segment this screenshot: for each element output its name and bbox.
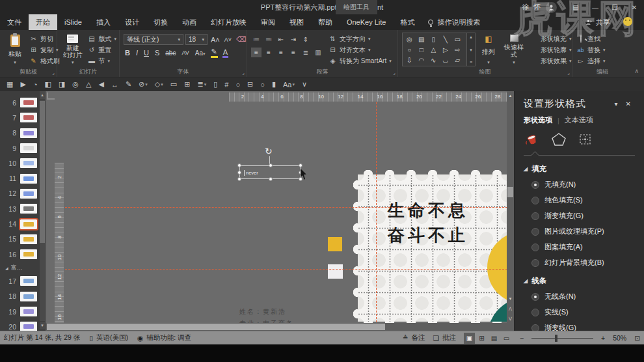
- slide-thumbnail[interactable]: 17: [0, 273, 37, 288]
- ribbon-tab[interactable]: 文件: [0, 14, 29, 30]
- view-button[interactable]: ▭: [501, 333, 512, 344]
- shape-outline-button[interactable]: 形状轮廓▾: [530, 45, 572, 55]
- size-properties-icon[interactable]: [577, 132, 593, 149]
- white-square-shape[interactable]: [328, 264, 343, 279]
- accessibility-status[interactable]: ◉ 辅助功能: 调查: [137, 333, 191, 342]
- ribbon-tab[interactable]: 开始: [29, 14, 57, 30]
- slide-canvas[interactable]: 246810121416182022242628 246810121416 生命…: [46, 91, 514, 331]
- grow-font-button[interactable]: A˄: [209, 36, 221, 44]
- shape-gallery[interactable]: ◎▤▯╲▭○□△▷⇨⇩◠∿◡▱: [402, 33, 467, 66]
- slide-card-shape[interactable]: 生命不息 奋斗不止: [358, 174, 507, 322]
- slide-thumbnail[interactable]: 15: [0, 232, 37, 247]
- line-option-radio[interactable]: 无线条(N): [531, 292, 635, 301]
- change-case-button[interactable]: Aa▾: [194, 49, 207, 57]
- paragraph-icon-button[interactable]: ⇤: [276, 35, 286, 44]
- comments-button[interactable]: ❏批注: [433, 333, 455, 342]
- smartart-button[interactable]: ◈转换为 SmartArt▾: [329, 56, 392, 66]
- slide-thumbnail[interactable]: 7: [0, 110, 37, 125]
- view-button[interactable]: ⊞: [476, 333, 487, 344]
- arrange-button[interactable]: ◧ 排列▾: [479, 33, 498, 67]
- section-button[interactable]: ▬节▾: [87, 56, 116, 66]
- qat-icon[interactable]: ▭▾: [170, 80, 177, 89]
- slide-thumbnail[interactable]: 9: [0, 141, 37, 156]
- textbox-text[interactable]: never: [244, 170, 258, 176]
- reset-button[interactable]: ↺重置: [87, 45, 116, 55]
- slide-thumbnail[interactable]: 18: [0, 289, 37, 304]
- language-status[interactable]: ▯ 英语(美国): [89, 333, 128, 342]
- line-option-radio[interactable]: 实线(S): [531, 307, 635, 317]
- slide-thumbnail[interactable]: 19: [0, 304, 37, 319]
- fill-section-header[interactable]: ◢ 填充: [524, 164, 635, 174]
- shape-icon[interactable]: □: [416, 44, 428, 55]
- dialog-launcher-icon[interactable]: ⌟: [393, 70, 396, 76]
- shape-gallery-scroll[interactable]: ▴▾≡: [467, 33, 476, 66]
- shape-fill-button[interactable]: 形状填充▾: [530, 34, 572, 44]
- collapse-ribbon-icon[interactable]: ∧: [634, 68, 639, 74]
- text-direction-button[interactable]: ⇅文字方向▾: [329, 34, 392, 44]
- yellow-square-shape[interactable]: [328, 237, 342, 251]
- tab-shape-options[interactable]: 形状选项: [524, 115, 552, 125]
- zoom-out-button[interactable]: −: [520, 334, 524, 342]
- thumbnails-scroll-up-icon[interactable]: ▲: [40, 91, 45, 99]
- guide-horizontal-2[interactable]: [65, 269, 507, 270]
- dialog-launcher-icon[interactable]: ⌟: [242, 70, 245, 76]
- thumbnails-scroll-down-icon[interactable]: ▼: [40, 322, 45, 329]
- paragraph-icon-button[interactable]: ≔: [251, 35, 262, 44]
- resize-handle[interactable]: [269, 163, 273, 167]
- card-title-text[interactable]: 生命不息 奋斗不止: [388, 198, 468, 247]
- fill-option-radio[interactable]: 图片或纹理填充(P): [531, 227, 635, 236]
- qat-icon[interactable]: ◇▾: [155, 80, 163, 89]
- ribbon-tab[interactable]: 审阅: [254, 14, 282, 30]
- shape-icon[interactable]: ⇨: [451, 44, 464, 55]
- resize-handle[interactable]: [237, 171, 241, 174]
- qat-icon[interactable]: ▶▾: [20, 80, 25, 89]
- shape-icon[interactable]: ╲: [440, 34, 452, 44]
- underline-button[interactable]: U: [142, 49, 150, 57]
- slide-thumbnail[interactable]: 14: [0, 216, 37, 231]
- qat-icon[interactable]: ∨▾: [302, 80, 307, 89]
- scrollbar-thumb[interactable]: [507, 187, 513, 197]
- select-button[interactable]: ▻选择▾: [576, 56, 606, 66]
- user-avatar[interactable]: [546, 2, 557, 13]
- dialog-launcher-icon[interactable]: ⌟: [52, 70, 55, 76]
- bold-button[interactable]: B: [124, 49, 131, 57]
- paragraph-icon-button[interactable]: ⇥: [288, 35, 299, 44]
- guide-horizontal-1[interactable]: [65, 207, 507, 208]
- copy-button[interactable]: ⊞复制▾: [29, 45, 60, 55]
- paragraph-icon-button[interactable]: ⇕: [301, 35, 311, 44]
- selected-textbox[interactable]: never: [239, 165, 301, 179]
- ribbon-tab[interactable]: 动画: [175, 14, 204, 30]
- fill-option-radio[interactable]: 渐变填充(G): [531, 211, 635, 221]
- find-button[interactable]: 查找: [576, 34, 606, 44]
- slide-thumbnail[interactable]: 16: [0, 247, 37, 262]
- zoom-slider-thumb[interactable]: [555, 335, 557, 342]
- fill-option-radio[interactable]: 无填充(N): [531, 180, 635, 189]
- fit-slide-icon[interactable]: ⊡: [634, 334, 640, 342]
- qat-icon[interactable]: ▮▾: [272, 80, 276, 89]
- qat-icon[interactable]: ▯▾: [213, 80, 217, 89]
- canvas-horizontal-scrollbar[interactable]: [46, 323, 507, 331]
- alignment-icon-button[interactable]: ≡: [263, 48, 274, 57]
- cut-button[interactable]: ✂剪切: [29, 34, 60, 44]
- resize-handle[interactable]: [237, 163, 241, 167]
- view-button[interactable]: ▤: [489, 333, 500, 344]
- ribbon-tab[interactable]: 视图: [282, 14, 311, 30]
- shape-icon[interactable]: ⇩: [403, 55, 416, 65]
- fill-option-radio[interactable]: 幻灯片背景填充(B): [531, 258, 635, 268]
- canvas-vertical-scrollbar[interactable]: ▲ ▼ ⋀ ⋁: [507, 91, 514, 331]
- shape-icon[interactable]: ▭: [451, 34, 464, 44]
- close-button[interactable]: ✕: [624, 0, 644, 14]
- resize-handle[interactable]: [299, 163, 302, 167]
- qat-icon[interactable]: ⊞▾: [184, 80, 190, 89]
- shape-icon[interactable]: ▱: [451, 55, 464, 65]
- qat-icon[interactable]: ≣▾: [197, 80, 206, 89]
- qat-icon[interactable]: ↔▾: [111, 81, 118, 89]
- panel-close-icon[interactable]: ✕: [622, 100, 635, 107]
- qat-icon[interactable]: ◧▾: [45, 80, 51, 89]
- ribbon-tab[interactable]: 插入: [89, 14, 118, 30]
- section-header[interactable]: ◢ 富…: [0, 262, 37, 273]
- scroll-up-icon[interactable]: ▲: [507, 91, 514, 100]
- qat-icon[interactable]: ◔▾: [33, 81, 38, 89]
- zoom-level[interactable]: 50%: [613, 334, 626, 342]
- qat-icon[interactable]: ○▾: [260, 81, 265, 89]
